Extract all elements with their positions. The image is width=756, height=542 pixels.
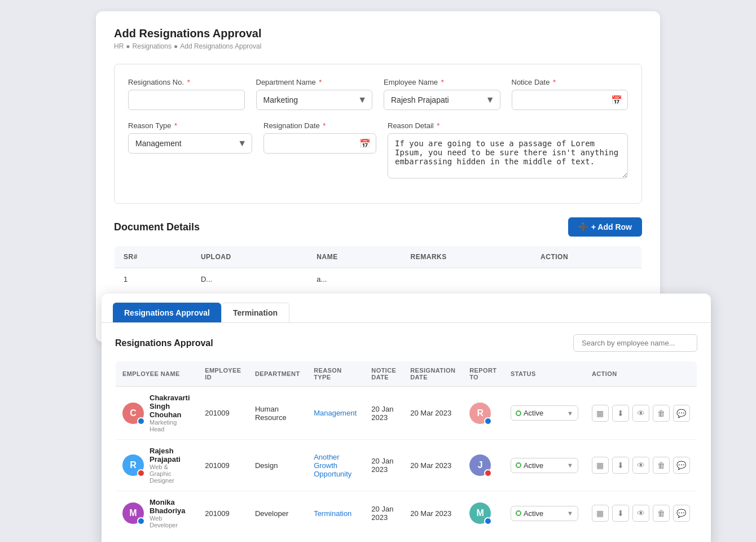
status-cell: Active ▼	[504, 440, 585, 491]
view-button[interactable]: 👁	[632, 405, 649, 422]
emp-role: Web & Graphic Designer	[150, 464, 191, 484]
reason-detail-group: Reason Detail * If you are going to use …	[388, 121, 628, 178]
notice-date-group: Notice Date * 04/01/2024 📅	[512, 78, 628, 110]
col-emp-name: EMPLOYEE NAME	[116, 361, 199, 387]
table-row: R Rajesh Prajapati Web & Graphic Designe…	[116, 440, 697, 491]
approval-header-row: EMPLOYEE NAME EMPLOYEE ID DEPARTMENT REA…	[116, 361, 697, 387]
chevron-down-icon: ▼	[567, 410, 573, 417]
main-card: Add Resignations Approval HR ● Resignati…	[96, 11, 660, 342]
action-buttons: ▦ ⬇ 👁 🗑 💬	[592, 405, 690, 422]
emp-name-cell: C Chakravarti Singh Chouhan Marketing He…	[116, 387, 199, 440]
resignation-date-wrap: 12/01/2024 📅	[263, 133, 376, 154]
doc-row-name: a...	[307, 268, 401, 291]
add-row-button[interactable]: ➕ + Add Row	[568, 217, 642, 237]
tab-termination[interactable]: Termination	[221, 303, 289, 322]
col-notice-date: NOTICE DATE	[364, 361, 403, 387]
delete-button[interactable]: 🗑	[653, 505, 670, 522]
form-section: Resignations No. * AWS21332901 Departmen…	[114, 64, 642, 204]
action-cell: ▦ ⬇ 👁 🗑 💬	[585, 387, 697, 440]
resignations-no-input[interactable]: AWS21332901	[128, 90, 245, 110]
doc-col-action: ACTION	[531, 246, 641, 268]
department-select[interactable]: Marketing	[256, 90, 373, 110]
doc-row-upload: D...	[192, 268, 307, 291]
resignation-date-cell: 20 Mar 2023	[403, 491, 463, 536]
status-select-wrap[interactable]: Active ▼	[511, 506, 578, 521]
reason-type-label: Reason Type *	[128, 121, 252, 130]
breadcrumb: HR ● Resignations ● Add Resignations App…	[114, 42, 642, 50]
view-button[interactable]: 👁	[632, 457, 649, 474]
notice-date-label: Notice Date *	[512, 78, 628, 86]
report-to-cell: J	[463, 440, 504, 491]
status-cell: Active ▼	[504, 491, 585, 536]
overlay-section-title: Resignations Approval	[115, 338, 213, 348]
download-button[interactable]: ⬇	[612, 505, 629, 522]
edit-button[interactable]: ▦	[592, 457, 609, 474]
status-cell: Active ▼	[504, 387, 585, 440]
col-resignation-date: RESIGNATION DATE	[403, 361, 463, 387]
col-status: STATUS	[504, 361, 585, 387]
dept-cell: Design	[248, 440, 307, 491]
edit-button[interactable]: ▦	[592, 405, 609, 422]
employee-select-wrap: Rajesh Prajapati ▼	[384, 90, 500, 110]
dept-cell: Developer	[248, 491, 307, 536]
reason-type-select-wrap: Management ▼	[128, 133, 252, 154]
emp-id-cell: 201009	[198, 387, 248, 440]
chevron-down-icon: ▼	[567, 462, 573, 469]
resignation-date-cell: 20 Mar 2023	[403, 387, 463, 440]
comment-button[interactable]: 💬	[673, 505, 690, 522]
table-row: C Chakravarti Singh Chouhan Marketing He…	[116, 387, 697, 440]
resignation-date-label: Resignation Date *	[263, 121, 376, 130]
emp-name-cell: M Monika Bhadoriya Web Developer	[116, 491, 199, 536]
doc-col-name: NAME	[307, 246, 401, 268]
comment-button[interactable]: 💬	[673, 457, 690, 474]
status-select-wrap[interactable]: Active ▼	[511, 458, 578, 473]
delete-button[interactable]: 🗑	[653, 457, 670, 474]
approval-table: EMPLOYEE NAME EMPLOYEE ID DEPARTMENT REA…	[115, 361, 697, 536]
emp-role: Marketing Head	[150, 419, 191, 432]
status-text: Active	[524, 409, 565, 417]
col-reason-type: REASON TYPE	[307, 361, 364, 387]
document-details-section: Document Details ➕ + Add Row SR# UPLOAD …	[114, 217, 642, 291]
delete-button[interactable]: 🗑	[653, 405, 670, 422]
tab-resignations-approval[interactable]: Resignations Approval	[113, 303, 221, 322]
col-dept: DEPARTMENT	[248, 361, 307, 387]
reason-detail-textarea[interactable]: If you are going to use a passage of Lor…	[388, 133, 628, 178]
edit-button[interactable]: ▦	[592, 505, 609, 522]
reason-type-select[interactable]: Management	[128, 133, 252, 154]
resignations-no-label: Resignations No. *	[128, 78, 245, 86]
comment-button[interactable]: 💬	[673, 405, 690, 422]
table-row: 1 D... a...	[115, 268, 642, 291]
calendar-icon[interactable]: 📅	[359, 138, 371, 149]
status-select-wrap[interactable]: Active ▼	[511, 405, 578, 421]
reason-type-group: Reason Type * Management ▼	[128, 121, 252, 178]
reason-detail-label: Reason Detail *	[388, 121, 628, 130]
page-title: Add Resignations Approval	[114, 27, 642, 40]
report-to-badge	[484, 469, 492, 477]
doc-row-action	[531, 268, 641, 291]
doc-section-header: Document Details ➕ + Add Row	[114, 217, 642, 237]
download-button[interactable]: ⬇	[612, 457, 629, 474]
action-buttons: ▦ ⬇ 👁 🗑 💬	[592, 505, 690, 522]
doc-col-sr: SR#	[115, 246, 192, 268]
avatar-badge	[137, 469, 145, 477]
emp-full-name: Chakravarti Singh Chouhan	[150, 394, 191, 419]
breadcrumb-dot-2: ●	[174, 42, 178, 50]
overlay-tabs: Resignations Approval Termination	[102, 294, 711, 323]
department-name-label: Department Name *	[256, 78, 373, 86]
download-button[interactable]: ⬇	[612, 405, 629, 422]
emp-full-name: Monika Bhadoriya	[150, 498, 191, 515]
action-cell: ▦ ⬇ 👁 🗑 💬	[585, 491, 697, 536]
emp-id-cell: 201009	[198, 440, 248, 491]
emp-id-cell: 201009	[198, 491, 248, 536]
form-row-1: Resignations No. * AWS21332901 Departmen…	[128, 78, 628, 110]
doc-col-upload: UPLOAD	[192, 246, 307, 268]
resignation-date-cell: 20 Mar 2023	[403, 440, 463, 491]
search-input[interactable]	[573, 334, 697, 352]
form-row-2: Reason Type * Management ▼ Resignation D…	[128, 121, 628, 178]
calendar-icon[interactable]: 📅	[611, 95, 622, 106]
employee-select[interactable]: Rajesh Prajapati	[384, 90, 500, 110]
reason-type-cell: Another Growth Opportunity	[307, 440, 364, 491]
doc-row-remarks	[402, 268, 532, 291]
view-button[interactable]: 👁	[632, 505, 649, 522]
breadcrumb-current: Add Resignations Approval	[180, 42, 261, 50]
